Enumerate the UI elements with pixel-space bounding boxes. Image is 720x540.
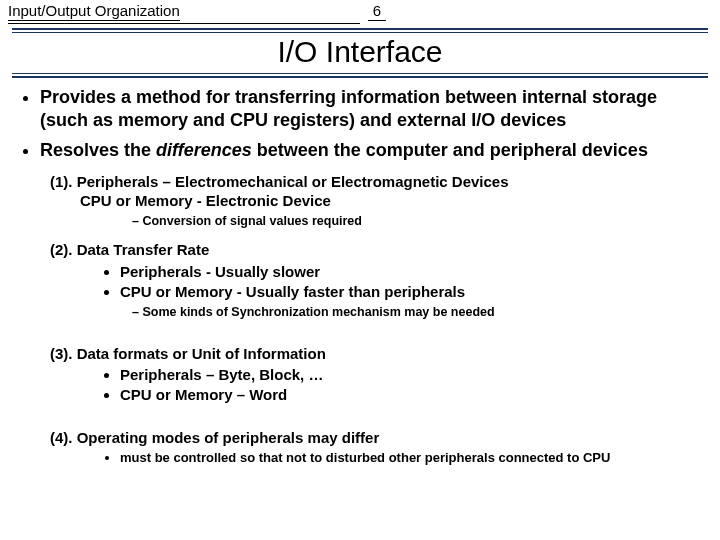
top-bullet-list: Provides a method for transferring infor… bbox=[40, 86, 702, 162]
top-bullet-2-em: differences bbox=[156, 140, 252, 160]
item-4: (4). Operating modes of peripherals may … bbox=[50, 428, 702, 467]
header-bar: Input/Output Organization 6 bbox=[0, 0, 720, 24]
chapter-label: Input/Output Organization bbox=[8, 2, 180, 21]
item-2-bullet-1: Peripherals - Usually slower bbox=[120, 262, 702, 282]
item-2-dash-1: Some kinds of Synchronization mechanism … bbox=[132, 304, 702, 322]
item-1-dash-1: Conversion of signal values required bbox=[132, 213, 702, 231]
page-title: I/O Interface bbox=[12, 35, 708, 69]
item-3-bullet-1: Peripherals – Byte, Block, … bbox=[120, 365, 702, 385]
item-3-bullet-2: CPU or Memory – Word bbox=[120, 385, 702, 405]
item-3-bullet-list: Peripherals – Byte, Block, … CPU or Memo… bbox=[120, 365, 702, 406]
title-rule-outer: I/O Interface bbox=[12, 28, 708, 78]
item-4-bullet-1: must be controlled so that not to distur… bbox=[120, 449, 702, 467]
page-number: 6 bbox=[368, 2, 386, 21]
top-bullet-2-post: between the computer and peripheral devi… bbox=[252, 140, 648, 160]
item-2-bullet-list: Peripherals - Usually slower CPU or Memo… bbox=[120, 262, 702, 303]
slide: Input/Output Organization 6 I/O Interfac… bbox=[0, 0, 720, 540]
header-left-cell: Input/Output Organization bbox=[8, 2, 360, 24]
item-1-subline: CPU or Memory - Electronic Device bbox=[80, 191, 702, 211]
item-4-label: (4). Operating modes of peripherals may … bbox=[50, 429, 379, 446]
content-area: Provides a method for transferring infor… bbox=[0, 78, 720, 467]
item-3: (3). Data formats or Unit of Information… bbox=[50, 344, 702, 406]
header-right-cell: 6 bbox=[360, 2, 712, 24]
item-2-dash-list: Some kinds of Synchronization mechanism … bbox=[132, 304, 702, 322]
top-bullet-2: Resolves the differences between the com… bbox=[40, 139, 702, 162]
item-2-bullet-2: CPU or Memory - Usually faster than peri… bbox=[120, 282, 702, 302]
item-2-label: (2). Data Transfer Rate bbox=[50, 241, 209, 258]
item-4-bullet-list: must be controlled so that not to distur… bbox=[120, 449, 702, 467]
top-bullet-1: Provides a method for transferring infor… bbox=[40, 86, 702, 131]
item-1-dash-list: Conversion of signal values required bbox=[132, 213, 702, 231]
item-1: (1). Peripherals – Electromechanical or … bbox=[50, 172, 702, 231]
item-3-label: (3). Data formats or Unit of Information bbox=[50, 345, 326, 362]
title-rule-inner: I/O Interface bbox=[12, 32, 708, 74]
numbered-list: (1). Peripherals – Electromechanical or … bbox=[50, 172, 702, 467]
top-bullet-2-pre: Resolves the bbox=[40, 140, 156, 160]
item-2: (2). Data Transfer Rate Peripherals - Us… bbox=[50, 240, 702, 322]
item-1-label: (1). Peripherals – Electromechanical or … bbox=[50, 173, 509, 190]
